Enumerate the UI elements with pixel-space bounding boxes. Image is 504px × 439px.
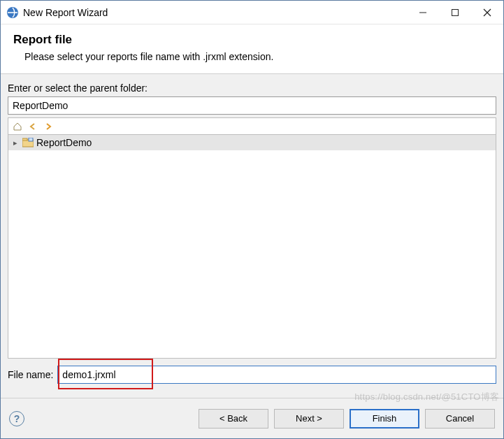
spacer — [8, 384, 496, 394]
wizard-body: Enter or select the parent folder: ▸ — [1, 73, 503, 398]
expand-icon[interactable]: ▸ — [11, 138, 20, 147]
back-arrow-icon[interactable] — [27, 120, 39, 133]
wizard-header: Report file Please select your reports f… — [1, 24, 503, 73]
window-controls — [407, 1, 503, 24]
close-button[interactable] — [471, 1, 503, 24]
svg-rect-7 — [29, 138, 33, 141]
finish-button[interactable]: Finish — [350, 409, 419, 429]
tree-item-label: ReportDemo — [36, 137, 92, 148]
folder-tree[interactable]: ▸ ReportDemo — [8, 134, 496, 359]
forward-arrow-icon[interactable] — [42, 120, 55, 133]
tree-toolbar — [8, 117, 496, 134]
page-description: Please select your reports file name wit… — [13, 51, 491, 62]
dialog-window: New Report Wizard Report file Please sel… — [0, 0, 504, 439]
svg-rect-6 — [22, 138, 27, 141]
window-title: New Report Wizard — [23, 7, 407, 18]
file-name-row: File name: — [8, 366, 496, 384]
back-button[interactable]: < Back — [199, 409, 268, 429]
file-name-label: File name: — [8, 369, 53, 380]
file-name-input[interactable] — [57, 366, 496, 384]
cancel-button[interactable]: Cancel — [425, 409, 495, 429]
tree-item-reportdemo[interactable]: ▸ ReportDemo — [8, 135, 496, 150]
maximize-icon — [451, 8, 459, 17]
close-icon — [483, 8, 491, 17]
project-folder-icon — [22, 138, 34, 147]
maximize-button[interactable] — [439, 1, 471, 24]
minimize-icon — [419, 8, 427, 17]
page-title: Report file — [13, 33, 491, 47]
next-button[interactable]: Next > — [274, 409, 344, 429]
parent-folder-label: Enter or select the parent folder: — [8, 82, 496, 94]
parent-folder-input[interactable] — [8, 96, 496, 115]
app-icon — [6, 6, 19, 19]
help-icon: ? — [14, 413, 20, 424]
svg-rect-2 — [452, 9, 459, 15]
wizard-footer: ? < Back Next > Finish Cancel — [1, 398, 503, 438]
home-icon[interactable] — [11, 120, 24, 133]
help-button[interactable]: ? — [9, 411, 24, 426]
minimize-button[interactable] — [407, 1, 439, 24]
title-bar: New Report Wizard — [1, 1, 503, 24]
